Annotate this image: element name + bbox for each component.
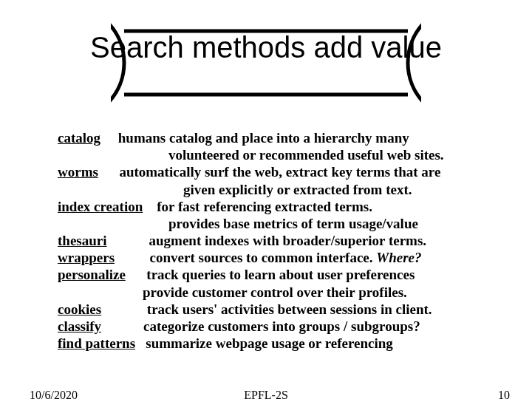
term-classify: classify [58, 318, 101, 334]
desc-cookies: track users' activities between sessions… [147, 301, 432, 317]
desc-personalize-2: provide customer control over their prof… [143, 284, 407, 300]
footer-center: EPFL-2S [0, 389, 532, 399]
desc-catalog-2: volunteered or recommended useful web si… [168, 147, 444, 163]
slide-body: catalog humans catalog and place into a … [58, 129, 494, 352]
desc-index-2: provides base metrics of term usage/valu… [168, 216, 418, 231]
desc-classify: categorize customers into groups / subgr… [143, 318, 420, 334]
slide-title: Search methods add value [90, 31, 442, 64]
desc-wrappers: convert sources to common interface. [150, 250, 377, 265]
desc-index-1: for fast referencing extracted terms. [157, 199, 372, 214]
desc-thesauri: augment indexes with broader/superior te… [149, 233, 427, 248]
desc-find-patterns: summarize webpage usage or referencing [146, 335, 393, 351]
term-personalize: personalize [58, 267, 126, 282]
term-wrappers: wrappers [58, 250, 115, 265]
desc-wrappers-where: Where? [376, 250, 421, 265]
term-catalog: catalog [58, 130, 100, 146]
footer-page-number: 10 [498, 389, 510, 399]
desc-personalize-1: track queries to learn about user prefer… [146, 267, 415, 282]
term-cookies: cookies [58, 301, 101, 317]
desc-worms-2: given explicitly or extracted from text. [183, 182, 412, 197]
term-find-patterns: find patterns [58, 335, 135, 351]
term-worms: worms [58, 164, 98, 180]
term-index-creation: index creation [58, 199, 143, 214]
term-thesauri: thesauri [58, 233, 107, 248]
desc-catalog-1: humans catalog and place into a hierarch… [118, 130, 409, 146]
desc-worms-1: automatically surf the web, extract key … [119, 164, 440, 180]
